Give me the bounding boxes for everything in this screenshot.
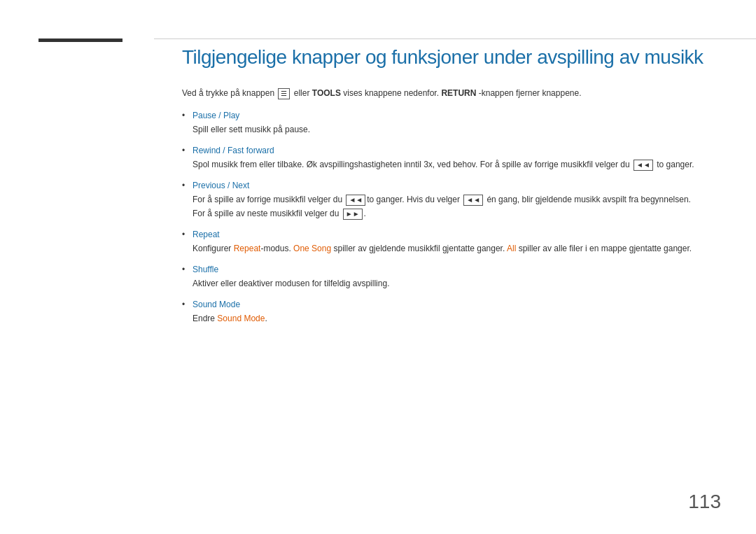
menu-icon: ☰	[278, 88, 290, 99]
sound-mode-orange: Sound Mode	[217, 314, 265, 323]
page-title: Tilgjengelige knapper og funksjoner unde…	[182, 45, 721, 69]
rewind-icon-3: ◄◄	[463, 195, 483, 206]
list-item-previous-next: Previous / Next For å spille av forrige …	[182, 179, 721, 220]
previous-next-desc1: For å spille av forrige musikkfil velger…	[192, 193, 721, 206]
list-item-repeat: Repeat Konfigurer Repeat-modus. One Song…	[182, 228, 721, 255]
previous-next-desc2: For å spille av neste musikkfil velger d…	[192, 207, 721, 220]
pause-play-desc: Spill eller sett musikk på pause.	[192, 123, 721, 136]
shuffle-desc: Aktiver eller deaktiver modusen for tilf…	[192, 277, 721, 290]
sound-mode-desc: Endre Sound Mode.	[192, 312, 721, 325]
feature-list: Pause / Play Spill eller sett musikk på …	[182, 109, 721, 325]
top-divider	[154, 38, 756, 39]
intro-text-part3: vises knappene nedenfor.	[343, 88, 441, 98]
tools-keyword: TOOLS	[312, 88, 341, 98]
content-body: Tilgjengelige knapper og funksjoner unde…	[182, 45, 721, 325]
content-area: Tilgjengelige knapper og funksjoner unde…	[154, 0, 756, 534]
forward-icon: ►►	[343, 209, 363, 220]
sidebar-accent	[38, 38, 122, 42]
rewind-ff-title: Rewind / Fast forward	[192, 146, 274, 155]
repeat-desc: Konfigurer Repeat-modus. One Song spille…	[192, 242, 721, 255]
list-item-rewind-ff: Rewind / Fast forward Spol musikk frem e…	[182, 144, 721, 171]
rewind-icon-2: ◄◄	[346, 195, 365, 206]
list-item-pause-play: Pause / Play Spill eller sett musikk på …	[182, 109, 721, 136]
shuffle-title: Shuffle	[192, 265, 218, 274]
repeat-orange: Repeat	[234, 244, 261, 253]
pause-play-title: Pause / Play	[192, 111, 239, 120]
intro-text-part1: Ved å trykke på knappen	[182, 88, 276, 98]
rewind-icon: ◄◄	[634, 160, 653, 171]
page-container: Tilgjengelige knapper og funksjoner unde…	[0, 0, 756, 534]
previous-next-title: Previous / Next	[192, 181, 249, 190]
list-item-sound-mode: Sound Mode Endre Sound Mode.	[182, 298, 721, 325]
intro-text-part2: eller	[294, 88, 312, 98]
repeat-title: Repeat	[192, 230, 220, 239]
all-orange: All	[507, 244, 516, 253]
intro-text-part4: -knappen fjerner knappene.	[479, 88, 582, 98]
list-item-shuffle: Shuffle Aktiver eller deaktiver modusen …	[182, 263, 721, 290]
page-number: 113	[688, 491, 721, 513]
rewind-ff-desc: Spol musikk frem eller tilbake. Øk avspi…	[192, 158, 721, 171]
one-song-orange: One Song	[293, 244, 331, 253]
sound-mode-title: Sound Mode	[192, 300, 240, 309]
return-keyword: RETURN	[441, 88, 476, 98]
sidebar	[0, 0, 154, 534]
intro-text: Ved å trykke på knappen ☰ eller TOOLS vi…	[182, 87, 721, 99]
